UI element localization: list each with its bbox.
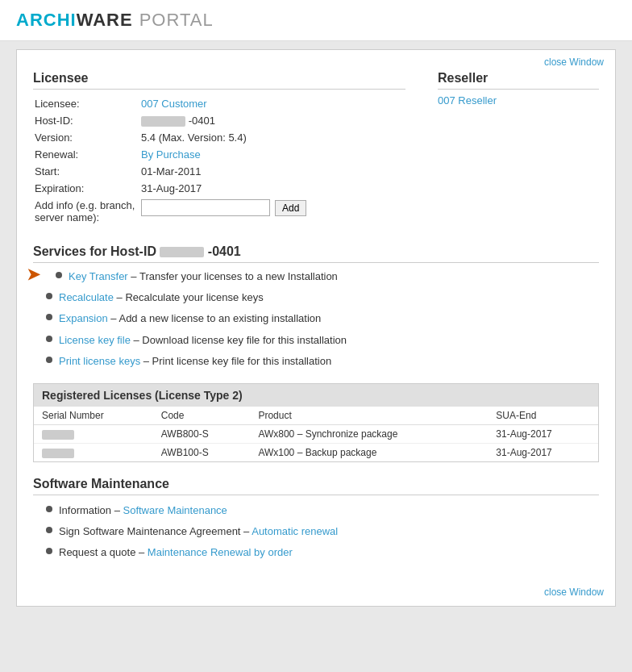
reseller-title: Reseller (438, 71, 599, 90)
licenses-section: Registered Licenses (License Type 2) Ser… (33, 383, 599, 462)
label-renewal: Renewal: (35, 147, 139, 162)
close-window-top-link[interactable]: close Window (544, 56, 604, 68)
services-section: Services for Host-ID -0401 ➤ Key Transfe… (33, 244, 599, 369)
col-product: Product (250, 407, 488, 425)
label-hostid: Host-ID: (35, 113, 139, 128)
software-maintenance-link[interactable]: Software Maintenance (123, 504, 227, 516)
service-text: Key Transfer – Transfer your licenses to… (69, 269, 338, 284)
service-item-recalculate: Recalculate – Recalculate your license k… (33, 290, 599, 305)
serial-blur-2 (42, 449, 74, 458)
hostid-value: -0401 (141, 113, 404, 128)
maintenance-renewal-link[interactable]: Maintenance Renewal by order (148, 546, 293, 558)
add-button[interactable]: Add (275, 200, 306, 216)
licensee-reseller-row: Licensee Licensee: 007 Customer Host-ID:… (33, 71, 599, 232)
app-title: ARCHIWAREPORTAL (16, 10, 214, 30)
close-window-bottom[interactable]: close Window (17, 575, 615, 606)
service-text: Sign Software Maintenance Agreement – Au… (59, 524, 338, 539)
sign-label: Sign Software Maintenance Agreement – (59, 525, 252, 537)
service-text: Information – Software Maintenance (59, 503, 227, 518)
close-window-bottom-link[interactable]: close Window (544, 586, 604, 598)
label-expiration: Expiration: (35, 181, 139, 196)
recalculate-link[interactable]: Recalculate (59, 291, 114, 303)
key-transfer-link[interactable]: Key Transfer (69, 270, 128, 282)
maintenance-title: Software Maintenance (33, 477, 599, 495)
label-version: Version: (35, 130, 139, 145)
table-row: Renewal: By Purchase (35, 147, 404, 162)
bullet-icon (46, 314, 52, 320)
automatic-renewal-link[interactable]: Automatic renewal (252, 525, 338, 537)
serial-blur-1 (42, 430, 74, 440)
start-value: 01-Mar-2011 (141, 164, 404, 179)
renewal-value-link[interactable]: By Purchase (141, 148, 201, 161)
bullet-icon (56, 272, 62, 278)
table-row: Add info (e.g. branch,server name): Add (35, 198, 404, 225)
table-row: Licensee: 007 Customer (35, 96, 404, 111)
table-row: AWB800-S AWx800 – Synchronize package 31… (34, 425, 598, 444)
service-text: Request a quote – Maintenance Renewal by… (59, 545, 293, 560)
sua-end-2: 31-Aug-2017 (488, 444, 598, 462)
table-row: Expiration: 31-Aug-2017 (35, 181, 404, 196)
col-code: Code (153, 407, 251, 425)
title-archi: ARCHI (16, 10, 77, 30)
maintenance-item-info: Information – Software Maintenance (33, 503, 599, 518)
label-licensee: Licensee: (35, 96, 139, 111)
table-row: Host-ID: -0401 (35, 113, 404, 128)
service-text: License key file – Download license key … (59, 333, 347, 348)
service-item-keytransfer: ➤ Key Transfer – Transfer your licenses … (33, 269, 599, 284)
service-text: Expansion – Add a new license to an exis… (59, 311, 321, 326)
licenses-box: Registered Licenses (License Type 2) Ser… (33, 383, 599, 462)
content-area: Licensee Licensee: 007 Customer Host-ID:… (17, 71, 615, 575)
service-item-expansion: Expansion – Add a new license to an exis… (33, 311, 599, 326)
reseller-link[interactable]: 007 Reseller (438, 94, 497, 106)
product-1: AWx800 – Synchronize package (250, 425, 488, 444)
service-text: Recalculate – Recalculate your license k… (59, 290, 264, 305)
add-info-input[interactable] (141, 199, 270, 216)
title-portal: PORTAL (139, 10, 214, 30)
version-value: 5.4 (Max. Version: 5.4) (141, 130, 404, 145)
license-key-file-link[interactable]: License key file (59, 334, 131, 346)
service-item-printlicensekeys: Print license keys – Print license key f… (33, 354, 599, 369)
services-title: Services for Host-ID -0401 (33, 244, 599, 263)
title-ware: WARE (77, 10, 133, 30)
table-row: Version: 5.4 (Max. Version: 5.4) (35, 130, 404, 145)
hostid-blur (141, 116, 185, 127)
print-license-keys-desc: – Print license key file for this instal… (143, 355, 331, 367)
product-2: AWx100 – Backup package (250, 444, 488, 462)
col-serial: Serial Number (34, 407, 153, 425)
bullet-icon (46, 293, 52, 299)
info-label: Information – (59, 504, 123, 516)
services-hostid-suffix: -0401 (204, 244, 240, 258)
expiration-value: 31-Aug-2017 (141, 181, 404, 196)
license-key-file-desc: – Download license key file for this ins… (134, 334, 347, 346)
bullet-icon (46, 336, 52, 342)
add-info-row: Add (141, 199, 401, 216)
table-row: AWB100-S AWx100 – Backup package 31-Aug-… (34, 444, 598, 462)
serial-link-1[interactable] (42, 428, 74, 440)
service-text: Print license keys – Print license key f… (59, 354, 331, 369)
licensee-table: Licensee: 007 Customer Host-ID: -0401 Ve… (33, 94, 405, 227)
code-1: AWB800-S (153, 425, 251, 444)
close-window-top[interactable]: close Window (17, 50, 615, 71)
maintenance-item-quote: Request a quote – Maintenance Renewal by… (33, 545, 599, 560)
serial-link-2[interactable] (42, 447, 74, 458)
bullet-icon (46, 357, 52, 363)
sua-end-1: 31-Aug-2017 (488, 425, 598, 444)
bullet-icon (46, 527, 52, 533)
key-transfer-desc: – Transfer your licenses to a new Instal… (131, 270, 338, 282)
bullet-icon (46, 548, 52, 554)
expansion-desc: – Add a new license to an existing insta… (110, 312, 321, 324)
print-license-keys-link[interactable]: Print license keys (59, 355, 140, 367)
maintenance-item-sign: Sign Software Maintenance Agreement – Au… (33, 524, 599, 539)
hostid-suffix: -0401 (189, 115, 215, 127)
licensee-value-link[interactable]: 007 Customer (141, 98, 207, 110)
label-start: Start: (35, 164, 139, 179)
services-title-text: Services for Host-ID (33, 244, 160, 258)
maintenance-section: Software Maintenance Information – Softw… (33, 477, 599, 561)
service-item-licensekeyfile: License key file – Download license key … (33, 333, 599, 348)
services-hostid-blur (160, 247, 204, 257)
expansion-link[interactable]: Expansion (59, 312, 108, 324)
licensee-col: Licensee Licensee: 007 Customer Host-ID:… (33, 71, 405, 232)
licensee-title: Licensee (33, 71, 405, 90)
licenses-table: Serial Number Code Product SUA-End AWB80… (34, 407, 598, 461)
table-header-row: Serial Number Code Product SUA-End (34, 407, 598, 425)
